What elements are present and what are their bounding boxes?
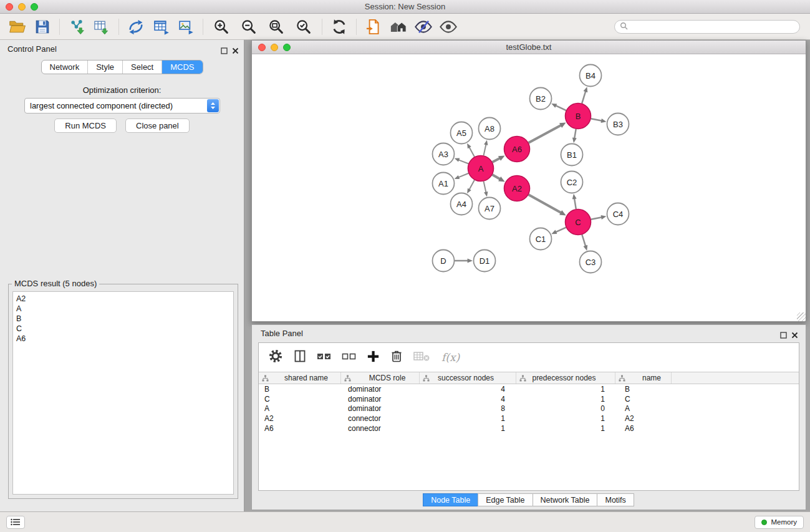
- table-close-panel-icon[interactable]: [791, 330, 798, 341]
- edge-C-C1[interactable]: [556, 228, 566, 233]
- mcds-result-item[interactable]: A: [16, 304, 230, 314]
- delete-table-icon[interactable]: [413, 349, 432, 365]
- import-table-icon[interactable]: [91, 16, 112, 37]
- edge-A-A4[interactable]: [469, 180, 475, 190]
- table-row[interactable]: Adominator80A: [259, 404, 799, 414]
- column-header-name[interactable]: name: [615, 372, 672, 384]
- search-input[interactable]: [631, 22, 794, 31]
- function-builder-icon[interactable]: f(x): [441, 351, 460, 364]
- float-panel-icon[interactable]: [221, 46, 228, 57]
- cell[interactable]: C: [259, 395, 341, 404]
- export-image-icon[interactable]: [175, 16, 196, 37]
- show-columns-icon[interactable]: [292, 349, 307, 366]
- edge-B-B3[interactable]: [591, 118, 602, 121]
- cell[interactable]: dominator: [341, 395, 420, 404]
- cell[interactable]: 1: [516, 414, 615, 423]
- cell[interactable]: 1: [516, 395, 615, 404]
- tab-select[interactable]: Select: [122, 60, 162, 74]
- mcds-result-item[interactable]: A2: [16, 294, 230, 304]
- delete-column-icon[interactable]: [389, 349, 404, 366]
- hide-selected-icon[interactable]: [413, 16, 434, 37]
- cell[interactable]: B: [259, 385, 341, 394]
- table-row[interactable]: A2connector11A2: [259, 414, 799, 423]
- first-neighbors-icon[interactable]: [388, 16, 409, 37]
- show-all-icon[interactable]: [438, 16, 459, 37]
- edge-A-A8[interactable]: [484, 144, 486, 156]
- cell[interactable]: A6: [259, 424, 341, 433]
- close-traffic-light[interactable]: [6, 3, 13, 11]
- network-zoom-traffic-light[interactable]: [283, 44, 291, 51]
- search-field[interactable]: [614, 20, 800, 34]
- edge-A-A7[interactable]: [484, 181, 486, 193]
- cell[interactable]: C: [615, 395, 672, 404]
- cell[interactable]: 0: [516, 404, 615, 413]
- cell[interactable]: 1: [516, 424, 615, 433]
- tab-node-table[interactable]: Node Table: [423, 493, 478, 506]
- network-close-traffic-light[interactable]: [258, 44, 266, 51]
- cell[interactable]: A: [615, 404, 672, 413]
- cell[interactable]: 1: [420, 424, 516, 433]
- save-session-icon[interactable]: [32, 16, 53, 37]
- tab-motifs[interactable]: Motifs: [597, 493, 634, 506]
- edge-A-A3[interactable]: [458, 160, 469, 163]
- edge-B-B4[interactable]: [582, 91, 586, 104]
- edge-A-A6[interactable]: [493, 158, 501, 162]
- cell[interactable]: B: [615, 385, 672, 394]
- cell[interactable]: 1: [420, 414, 516, 423]
- network-minimize-traffic-light[interactable]: [271, 44, 278, 51]
- tab-style[interactable]: Style: [87, 60, 122, 74]
- edge-A-A1[interactable]: [458, 173, 469, 178]
- tab-network-table[interactable]: Network Table: [533, 493, 598, 506]
- network-canvas[interactable]: B4B2BB3A5A8A6B1A3AC2A1A2A4A7C4CC1C3DD1: [252, 54, 806, 321]
- column-header-successor-nodes[interactable]: successor nodes: [420, 372, 516, 384]
- cell[interactable]: connector: [341, 414, 420, 423]
- task-history-button[interactable]: [6, 516, 25, 529]
- table-row[interactable]: Bdominator41B: [259, 384, 799, 394]
- cell[interactable]: A2: [615, 414, 672, 423]
- settings-gear-icon[interactable]: [268, 348, 284, 367]
- cell[interactable]: 4: [420, 385, 516, 394]
- zoom-in-icon[interactable]: [211, 16, 232, 37]
- cell[interactable]: 4: [420, 395, 516, 404]
- column-header-shared-name[interactable]: shared name: [259, 372, 341, 384]
- cell[interactable]: dominator: [341, 404, 420, 413]
- cell[interactable]: dominator: [341, 385, 420, 394]
- edge-C-C4[interactable]: [591, 217, 602, 220]
- run-mcds-button[interactable]: Run MCDS: [54, 118, 117, 133]
- resize-grip[interactable]: [797, 312, 806, 321]
- apply-layout-icon[interactable]: [329, 16, 350, 37]
- import-network-icon[interactable]: [66, 16, 87, 37]
- column-header-predecessor-nodes[interactable]: predecessor nodes: [516, 372, 615, 384]
- tab-mcds[interactable]: MCDS: [162, 60, 202, 74]
- edge-C-C3[interactable]: [582, 235, 586, 246]
- edge-B-B2[interactable]: [555, 105, 566, 110]
- edge-A6-B[interactable]: [529, 125, 562, 143]
- network-window-titlebar[interactable]: testGlobe.txt: [252, 41, 806, 54]
- close-panel-button[interactable]: Close panel: [125, 118, 190, 133]
- table-float-panel-icon[interactable]: [780, 330, 787, 341]
- cell[interactable]: connector: [341, 424, 420, 433]
- zoom-out-icon[interactable]: [238, 16, 259, 37]
- memory-button[interactable]: Memory: [755, 516, 804, 529]
- tab-edge-table[interactable]: Edge Table: [478, 493, 533, 506]
- mcds-result-item[interactable]: C: [16, 324, 230, 334]
- select-all-icon[interactable]: [316, 349, 332, 365]
- cell[interactable]: A6: [615, 424, 672, 433]
- table-row[interactable]: Cdominator41C: [259, 394, 799, 404]
- column-header-MCDS-role[interactable]: MCDS role: [341, 372, 420, 384]
- edge-A2-C[interactable]: [528, 195, 561, 213]
- cell[interactable]: A: [259, 404, 341, 413]
- criterion-dropdown[interactable]: largest connected component (directed): [24, 98, 220, 114]
- open-session-icon[interactable]: [7, 16, 28, 37]
- mcds-result-item[interactable]: A6: [16, 334, 230, 344]
- edge-A-A5[interactable]: [469, 147, 475, 157]
- edge-C-C2[interactable]: [574, 198, 576, 210]
- tab-network[interactable]: Network: [41, 60, 87, 74]
- deselect-all-icon[interactable]: [341, 349, 357, 365]
- cell[interactable]: 8: [420, 404, 516, 413]
- close-panel-icon[interactable]: [232, 46, 239, 57]
- edge-B-B1[interactable]: [574, 129, 576, 139]
- new-table-icon[interactable]: [150, 16, 171, 37]
- minimize-traffic-light[interactable]: [18, 3, 26, 11]
- mcds-result-item[interactable]: B: [16, 314, 230, 324]
